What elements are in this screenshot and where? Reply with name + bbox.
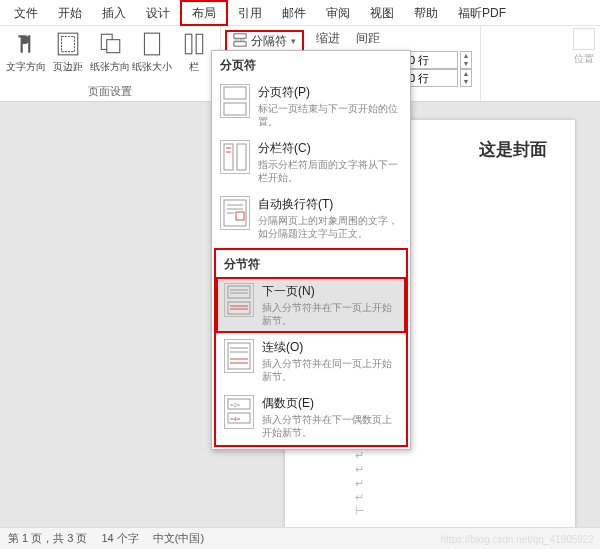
svg-rect-27 bbox=[228, 343, 250, 369]
position-icon bbox=[573, 28, 595, 50]
tab-mailings[interactable]: 邮件 bbox=[272, 0, 316, 26]
svg-rect-7 bbox=[234, 33, 246, 37]
position-button: 位置 bbox=[572, 28, 596, 66]
even-page-icon: =2==4= bbox=[224, 395, 254, 429]
page-break-icon bbox=[220, 84, 250, 118]
spacing-label: 间距 bbox=[356, 30, 380, 47]
watermark: https://blog.csdn.net/qq_41905922 bbox=[441, 534, 594, 545]
svg-text:=2=: =2= bbox=[230, 402, 241, 408]
column-break-icon bbox=[220, 140, 250, 174]
columns-button[interactable]: 栏 bbox=[174, 30, 214, 74]
columns-icon bbox=[180, 30, 208, 58]
tab-design[interactable]: 设计 bbox=[136, 0, 180, 26]
item-column-break[interactable]: 分栏符(C) 指示分栏符后面的文字将从下一栏开始。 bbox=[212, 134, 410, 190]
margins-button[interactable]: 页边距 bbox=[48, 30, 88, 74]
status-lang[interactable]: 中文(中国) bbox=[153, 531, 204, 546]
section-section-breaks: 分节符 bbox=[216, 250, 406, 277]
item-next-page[interactable]: 下一页(N) 插入分节符并在下一页上开始新节。 bbox=[216, 277, 406, 333]
menu-bar: 文件 开始 插入 设计 布局 引用 邮件 审阅 视图 帮助 福昕PDF bbox=[0, 0, 600, 26]
page-setup-group-label: 页面设置 bbox=[88, 82, 132, 99]
item-text-wrap-title: 自动换行符(T) bbox=[258, 196, 402, 213]
item-next-page-title: 下一页(N) bbox=[262, 283, 398, 300]
svg-rect-4 bbox=[144, 33, 159, 55]
item-even-page[interactable]: =2==4= 偶数页(E) 插入分节符并在下一偶数页上开始新节。 bbox=[216, 389, 406, 445]
breaks-button-label: 分隔符 bbox=[251, 33, 287, 50]
section-page-breaks: 分页符 bbox=[212, 51, 410, 78]
tab-home[interactable]: 开始 bbox=[48, 0, 92, 26]
orientation-button[interactable]: 纸张方向 bbox=[90, 30, 130, 74]
tab-layout[interactable]: 布局 bbox=[180, 0, 228, 26]
margins-icon bbox=[54, 30, 82, 58]
svg-rect-5 bbox=[185, 34, 192, 54]
spacing-after-input[interactable] bbox=[406, 69, 458, 87]
svg-rect-8 bbox=[234, 41, 246, 45]
svg-rect-10 bbox=[224, 87, 246, 99]
position-label: 位置 bbox=[572, 52, 596, 66]
item-text-wrap[interactable]: 自动换行符(T) 分隔网页上的对象周围的文字，如分隔题注文字与正文。 bbox=[212, 190, 410, 246]
svg-rect-24 bbox=[228, 302, 250, 314]
size-button[interactable]: 纸张大小 bbox=[132, 30, 172, 74]
svg-rect-3 bbox=[107, 40, 120, 53]
item-continuous-title: 连续(O) bbox=[262, 339, 398, 356]
spacing-before-stepper[interactable]: ▲▼ bbox=[460, 51, 472, 69]
orientation-label: 纸张方向 bbox=[90, 60, 130, 74]
continuous-icon bbox=[224, 339, 254, 373]
status-words[interactable]: 14 个字 bbox=[101, 531, 138, 546]
item-page-break-title: 分页符(P) bbox=[258, 84, 402, 101]
tab-view[interactable]: 视图 bbox=[360, 0, 404, 26]
item-column-break-desc: 指示分栏符后面的文字将从下一栏开始。 bbox=[258, 158, 402, 184]
breaks-dropdown: 分页符 分页符(P) 标记一页结束与下一页开始的位置。 分栏符(C) 指示分栏符… bbox=[211, 50, 411, 450]
text-direction-label: 文字方向 bbox=[6, 60, 46, 74]
spacing-before-input[interactable] bbox=[406, 51, 458, 69]
breaks-icon bbox=[233, 33, 247, 50]
tab-references[interactable]: 引用 bbox=[228, 0, 272, 26]
item-even-page-title: 偶数页(E) bbox=[262, 395, 398, 412]
spacing-after-stepper[interactable]: ▲▼ bbox=[460, 69, 472, 87]
tab-insert[interactable]: 插入 bbox=[92, 0, 136, 26]
svg-rect-6 bbox=[196, 34, 203, 54]
tab-foxit[interactable]: 福昕PDF bbox=[448, 0, 516, 26]
margins-label: 页边距 bbox=[48, 60, 88, 74]
svg-rect-11 bbox=[224, 103, 246, 115]
item-column-break-title: 分栏符(C) bbox=[258, 140, 402, 157]
indent-label: 缩进 bbox=[316, 30, 340, 47]
chevron-down-icon: ▾ bbox=[291, 36, 296, 46]
text-direction-button[interactable]: 文字方向 bbox=[6, 30, 46, 74]
item-even-page-desc: 插入分节符并在下一偶数页上开始新节。 bbox=[262, 413, 398, 439]
svg-rect-13 bbox=[237, 144, 246, 170]
text-direction-icon bbox=[12, 30, 40, 58]
svg-text:=4=: =4= bbox=[230, 416, 241, 422]
item-page-break-desc: 标记一页结束与下一页开始的位置。 bbox=[258, 102, 402, 128]
columns-label: 栏 bbox=[174, 60, 214, 74]
svg-rect-21 bbox=[228, 286, 250, 298]
svg-rect-1 bbox=[62, 36, 75, 51]
tab-review[interactable]: 审阅 bbox=[316, 0, 360, 26]
status-page[interactable]: 第 1 页，共 3 页 bbox=[8, 531, 87, 546]
item-continuous[interactable]: 连续(O) 插入分节符并在同一页上开始新节。 bbox=[216, 333, 406, 389]
size-label: 纸张大小 bbox=[132, 60, 172, 74]
page-title: 这是封面 bbox=[479, 138, 547, 161]
breaks-button[interactable]: 分隔符 ▾ bbox=[225, 30, 304, 52]
item-next-page-desc: 插入分节符并在下一页上开始新节。 bbox=[262, 301, 398, 327]
next-page-icon bbox=[224, 283, 254, 317]
item-page-break[interactable]: 分页符(P) 标记一页结束与下一页开始的位置。 bbox=[212, 78, 410, 134]
item-text-wrap-desc: 分隔网页上的对象周围的文字，如分隔题注文字与正文。 bbox=[258, 214, 402, 240]
tab-help[interactable]: 帮助 bbox=[404, 0, 448, 26]
text-wrap-icon bbox=[220, 196, 250, 230]
group-page-setup: 文字方向 页边距 纸张方向 纸张大小 bbox=[0, 26, 221, 101]
section-breaks-box: 分节符 下一页(N) 插入分节符并在下一页上开始新节。 连续(O) 插入分节符并… bbox=[214, 248, 408, 447]
orientation-icon bbox=[96, 30, 124, 58]
size-icon bbox=[138, 30, 166, 58]
svg-rect-20 bbox=[236, 212, 244, 220]
item-continuous-desc: 插入分节符并在同一页上开始新节。 bbox=[262, 357, 398, 383]
tab-file[interactable]: 文件 bbox=[4, 0, 48, 26]
